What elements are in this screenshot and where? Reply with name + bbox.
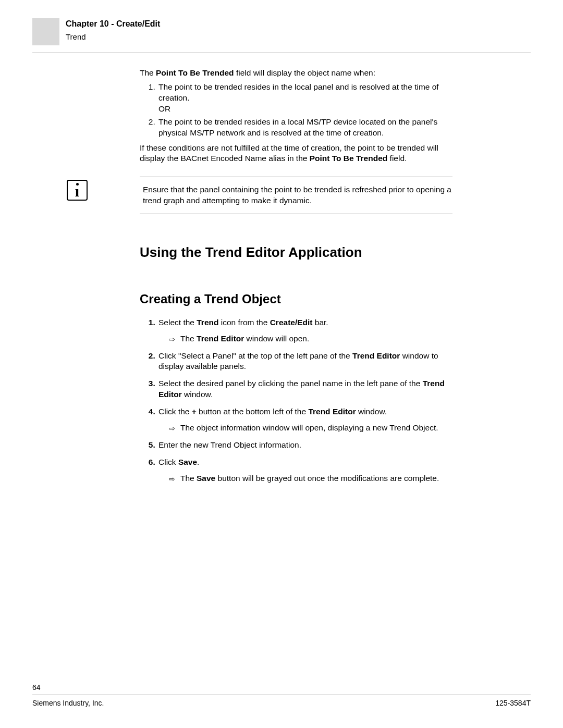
step6-sub-c: button will be grayed out once the modif…: [215, 474, 439, 483]
intro-list-item-2: The point to be trended resides in a loc…: [157, 117, 452, 139]
intro-list: The point to be trended resides in the l…: [140, 82, 452, 139]
chapter-title: Chapter 10 - Create/Edit: [66, 18, 160, 30]
step3-a: Select the desired panel by clicking the…: [158, 379, 423, 388]
step4-b: +: [192, 407, 197, 416]
result-arrow-icon: ⇨: [169, 474, 175, 484]
footer-line: Siemens Industry, Inc. 125-3584T: [32, 695, 531, 708]
step1-sub-c: window will open.: [244, 334, 309, 343]
intro-followup: If these conditions are not fulfilled at…: [140, 143, 452, 165]
step5-text: Enter the new Trend Object information.: [158, 440, 301, 449]
step1-b: Trend: [197, 318, 218, 327]
main-content: The Point To Be Trended field will displ…: [140, 68, 452, 484]
step4-sub: The object information window will open,…: [180, 423, 438, 434]
result-arrow-icon: ⇨: [169, 335, 175, 344]
intro-lead-post: field will display the object name when:: [234, 68, 375, 77]
step4-c: button at the bottom left of the: [197, 407, 309, 416]
intro-followup-bold: Point To Be Trended: [310, 154, 388, 163]
info-note-text: Ensure that the panel containing the poi…: [143, 185, 451, 205]
info-icon-letter: ı: [75, 183, 79, 199]
intro-lead-bold: Point To Be Trended: [156, 68, 234, 77]
step2-b: Trend Editor: [352, 351, 400, 360]
intro-list-item-1: The point to be trended resides in the l…: [157, 82, 452, 115]
page-number: 64: [32, 683, 531, 693]
step4-e: window.: [356, 407, 387, 416]
intro-lead: The Point To Be Trended field will displ…: [140, 68, 452, 79]
info-icon-dot: [76, 183, 79, 186]
page-header: Chapter 10 - Create/Edit Trend: [32, 18, 531, 53]
header-decoration-square: [32, 18, 59, 45]
step-6: Click Save. ⇨ The Save button will be gr…: [157, 457, 452, 484]
step1-sub-a: The: [180, 334, 197, 343]
step6-sub-a: The: [180, 474, 197, 483]
page: Chapter 10 - Create/Edit Trend The Point…: [0, 0, 563, 728]
step4-d: Trend Editor: [308, 407, 356, 416]
intro-followup-post: field.: [387, 154, 407, 163]
step-3: Select the desired panel by clicking the…: [157, 378, 452, 400]
step3-c: window.: [182, 390, 213, 399]
step-2: Click "Select a Panel" at the top of the…: [157, 351, 452, 373]
step-1-result: ⇨ The Trend Editor window will open.: [169, 334, 452, 344]
info-icon: ı: [67, 180, 88, 201]
step-4-result: ⇨ The object information window will ope…: [169, 423, 452, 434]
step6-sub-b: Save: [197, 474, 215, 483]
step-5: Enter the new Trend Object information.: [157, 440, 452, 451]
heading-creating-trend-object: Creating a Trend Object: [140, 291, 452, 307]
step6-b: Save: [178, 458, 197, 466]
page-footer: 64 Siemens Industry, Inc. 125-3584T: [32, 683, 531, 708]
footer-docid: 125-3584T: [495, 698, 531, 708]
result-arrow-icon: ⇨: [169, 424, 175, 434]
step1-sub-b: Trend Editor: [197, 334, 244, 343]
header-text-block: Chapter 10 - Create/Edit Trend: [66, 18, 160, 42]
intro-li2-text: The point to be trended resides in a loc…: [158, 117, 437, 137]
step1-e: bar.: [313, 318, 328, 327]
step1-c: icon from the: [218, 318, 270, 327]
steps-list: Select the Trend icon from the Create/Ed…: [140, 317, 452, 484]
step-1: Select the Trend icon from the Create/Ed…: [157, 317, 452, 344]
info-note: ı Ensure that the panel containing the p…: [140, 177, 452, 214]
step1-a: Select the: [158, 318, 197, 327]
intro-lead-pre: The: [140, 68, 156, 77]
chapter-subtitle: Trend: [66, 32, 160, 42]
step4-a: Click the: [158, 407, 192, 416]
step1-d: Create/Edit: [270, 318, 313, 327]
heading-using-trend-editor: Using the Trend Editor Application: [140, 243, 452, 262]
step-6-result: ⇨ The Save button will be grayed out onc…: [169, 473, 452, 484]
intro-or: OR: [158, 104, 452, 115]
step6-a: Click: [158, 458, 178, 466]
step-4: Click the + button at the bottom left of…: [157, 406, 452, 434]
step6-c: .: [197, 458, 199, 466]
step2-a: Click "Select a Panel" at the top of the…: [158, 351, 352, 360]
footer-company: Siemens Industry, Inc.: [32, 698, 104, 708]
info-note-body: Ensure that the panel containing the poi…: [140, 177, 452, 214]
intro-li1-text: The point to be trended resides in the l…: [158, 82, 439, 102]
